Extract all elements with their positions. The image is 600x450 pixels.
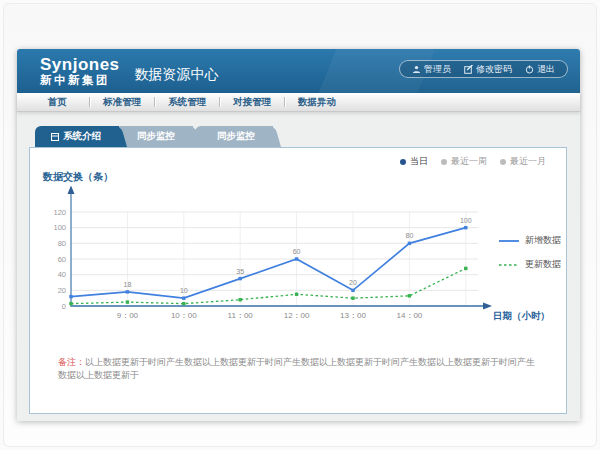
content-area: 系统介绍 同步监控 同步监控 当日 最近一周	[17, 112, 580, 421]
range-label: 最近一周	[451, 155, 487, 168]
svg-text:40: 40	[58, 270, 66, 279]
legend-label: 新增数据	[525, 234, 561, 247]
app-window: Synjones 新中新集团 数据资源中心 管理员 修改密码 退出 首页 标准管…	[17, 49, 580, 421]
power-icon	[525, 65, 534, 74]
svg-text:35: 35	[236, 268, 244, 275]
edit-icon	[464, 65, 473, 74]
legend-item-updated-data[interactable]: 更新数据	[498, 258, 561, 271]
tab-label: 同步监控	[137, 130, 175, 143]
range-label: 最近一月	[510, 155, 546, 168]
range-option-today[interactable]: 当日	[400, 155, 428, 168]
line-chart: 0204060801001209：0010：0011：0012：0013：001…	[48, 184, 558, 334]
chart-panel: 当日 最近一周 最近一月 数据交换（条） 0204060801001209：00…	[29, 147, 567, 414]
user-icon	[412, 65, 421, 74]
svg-text:20: 20	[349, 279, 357, 286]
range-option-last-week[interactable]: 最近一周	[441, 155, 487, 168]
admin-user-menu[interactable]: 管理员	[412, 63, 451, 76]
svg-text:10：00: 10：00	[171, 311, 197, 320]
nav-item-interface-mgmt[interactable]: 对接管理	[220, 96, 284, 109]
range-selector: 当日 最近一周 最近一月	[400, 155, 546, 168]
svg-text:0: 0	[62, 302, 66, 311]
radio-dot-icon	[400, 159, 406, 165]
svg-text:日期（小时）: 日期（小时）	[493, 310, 550, 322]
panel-icon	[51, 133, 59, 141]
radio-dot-icon	[500, 159, 506, 165]
tab-bar: 系统介绍 同步监控 同步监控	[35, 126, 273, 147]
svg-text:120: 120	[53, 208, 66, 217]
range-label: 当日	[410, 155, 428, 168]
svg-text:13：00: 13：00	[340, 311, 366, 320]
svg-text:14：00: 14：00	[397, 311, 423, 320]
radio-dot-icon	[441, 159, 447, 165]
page-title: 数据资源中心	[135, 66, 219, 84]
tab-sync-monitor-2[interactable]: 同步监控	[195, 126, 273, 147]
footnote-label: 备注：	[58, 357, 85, 367]
legend-label: 更新数据	[525, 258, 561, 271]
nav-item-system-mgmt[interactable]: 系统管理	[155, 96, 219, 109]
nav-item-home[interactable]: 首页	[25, 96, 89, 109]
svg-text:20: 20	[58, 286, 66, 295]
svg-text:80: 80	[58, 239, 66, 248]
nav-item-standard-mgmt[interactable]: 标准管理	[90, 96, 154, 109]
svg-text:100: 100	[53, 223, 66, 232]
nav-item-data-change[interactable]: 数据异动	[285, 96, 349, 109]
app-header: Synjones 新中新集团 数据资源中心 管理员 修改密码 退出	[17, 49, 580, 93]
main-nav: 首页 标准管理 系统管理 对接管理 数据异动	[17, 93, 580, 112]
legend-item-new-data[interactable]: 新增数据	[498, 234, 561, 247]
line-sample-icon	[498, 238, 520, 244]
series-legend: 新增数据 更新数据	[498, 234, 561, 271]
svg-text:10: 10	[180, 287, 188, 294]
company-logo: Synjones 新中新集团	[40, 56, 120, 87]
logout-button[interactable]: 退出	[525, 63, 555, 76]
footnote: 备注：以上数据更新于时间产生数据以上数据更新于时间产生数据以上数据更新于时间产生…	[58, 356, 543, 381]
svg-text:60: 60	[293, 248, 301, 255]
svg-text:100: 100	[460, 217, 472, 224]
svg-text:60: 60	[58, 255, 66, 264]
tab-system-intro[interactable]: 系统介绍	[35, 126, 119, 147]
admin-label: 管理员	[424, 63, 451, 76]
logo-text: Synjones	[40, 56, 120, 73]
line-sample-icon	[498, 262, 520, 268]
tab-label: 系统介绍	[63, 130, 101, 143]
logo-subtext: 新中新集团	[40, 75, 120, 87]
tab-sync-monitor-1[interactable]: 同步监控	[115, 126, 193, 147]
footnote-text: 以上数据更新于时间产生数据以上数据更新于时间产生数据以上数据更新于时间产生数据以…	[58, 357, 535, 380]
logout-label: 退出	[537, 63, 555, 76]
change-password-button[interactable]: 修改密码	[464, 63, 512, 76]
svg-text:11：00: 11：00	[228, 311, 254, 320]
tab-label: 同步监控	[217, 130, 255, 143]
user-pill: 管理员 修改密码 退出	[399, 60, 568, 78]
svg-text:18: 18	[124, 281, 132, 288]
y-axis-title: 数据交换（条）	[43, 170, 113, 184]
change-password-label: 修改密码	[476, 63, 512, 76]
svg-text:9：00: 9：00	[117, 311, 139, 320]
range-option-last-month[interactable]: 最近一月	[500, 155, 546, 168]
svg-text:80: 80	[406, 232, 414, 239]
svg-text:12：00: 12：00	[284, 311, 310, 320]
